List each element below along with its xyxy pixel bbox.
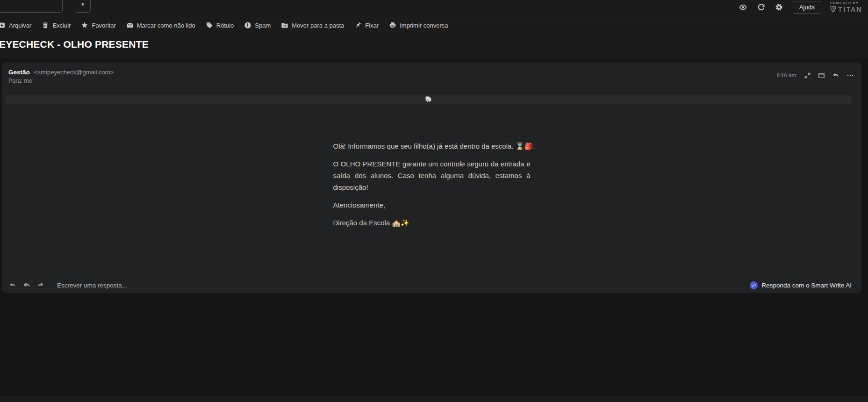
smart-write-wand-icon	[750, 281, 758, 289]
toolbar-delete-button[interactable]: Excluir	[36, 22, 76, 29]
toolbar-label: Arquivar	[9, 22, 31, 29]
body-closing: Atenciosamente,	[333, 199, 531, 211]
refresh-icon	[757, 3, 765, 11]
more-horizontal-icon	[846, 72, 854, 79]
open-window-icon	[818, 72, 825, 79]
inline-image-band	[6, 95, 851, 104]
powered-by-label: POWERED BY	[830, 1, 859, 5]
search-input[interactable]	[0, 0, 63, 13]
body-greeting: Olá! Informamos que seu filho(a) já está…	[333, 140, 531, 152]
reply-button[interactable]	[832, 72, 839, 79]
toolbar-label: Imprimir conversa	[400, 22, 448, 29]
sender-email: <smtpeyecheck@gmail.com>	[34, 69, 114, 76]
toolbar-pin-button[interactable]: Fixar	[349, 22, 384, 29]
smart-write-button[interactable]: Responda com o Smart Write AI	[747, 281, 854, 290]
message-meta: 8:16 am	[776, 72, 854, 79]
message-time: 8:16 am	[776, 72, 796, 78]
toolbar-label: Spam	[255, 22, 271, 29]
titan-brand: POWERED BY TITAN	[830, 1, 862, 13]
gear-icon	[775, 3, 783, 11]
spam-icon	[244, 22, 251, 29]
reply-all-icon	[23, 281, 30, 289]
sender-name: Gestão	[8, 69, 30, 76]
toolbar-label: Rótulo	[216, 22, 234, 29]
toolbar-favorite-button[interactable]: Favoritar	[76, 22, 121, 29]
printer-icon	[389, 22, 396, 29]
pin-icon	[354, 22, 362, 29]
sender-line: Gestão <smtpeyecheck@gmail.com>	[8, 69, 854, 76]
expand-message-button[interactable]	[804, 72, 811, 79]
toolbar-label: Favoritar	[92, 22, 115, 29]
body-paragraph: O OLHO PRESENTE garante um controle segu…	[333, 158, 531, 193]
toolbar-label: Marcar como não lido	[137, 22, 195, 29]
reply-bar: Escrever uma resposta... Responda com o …	[2, 277, 861, 293]
toolbar-mark-unread-button[interactable]: Marcar como não lido	[121, 22, 201, 29]
body-signature: Direção da Escola 🏫✨	[333, 217, 531, 229]
subject-row: EYECHECK - OLHO PRESENTE	[0, 33, 868, 50]
toolbar-spam-button[interactable]: Spam	[239, 22, 276, 29]
top-row: ▾	[0, 0, 868, 17]
thread-subject: EYECHECK - OLHO PRESENTE	[0, 39, 868, 50]
archive-icon	[0, 22, 6, 29]
message-header: Gestão <smtpeyecheck@gmail.com> Para: me…	[2, 62, 861, 84]
more-options-button[interactable]	[846, 72, 854, 79]
forward-icon	[37, 281, 44, 289]
horizontal-scrollbar-track[interactable]	[0, 396, 868, 402]
message-toolbar: Arquivar Excluir Favoritar	[0, 17, 868, 33]
broken-image-icon	[425, 96, 431, 103]
help-button[interactable]: Ajuda	[793, 1, 821, 14]
message-body: Olá! Informamos que seu filho(a) já está…	[333, 140, 531, 229]
recipient-line[interactable]: Para: me	[8, 78, 854, 84]
tag-icon	[206, 22, 213, 29]
smart-write-label: Responda com o Smart Write AI	[761, 282, 852, 289]
mail-app: ▾	[0, 0, 868, 402]
titan-brand-name: TITAN	[838, 6, 862, 13]
search-dropdown-button[interactable]: ▾	[75, 0, 91, 13]
trash-icon	[42, 22, 49, 29]
toolbar-label: Mover para a pasta	[292, 22, 344, 29]
quick-reply-all-button[interactable]	[23, 281, 30, 289]
reply-icon	[832, 72, 839, 79]
eye-icon	[739, 3, 747, 11]
quick-reply-button[interactable]	[9, 281, 16, 289]
titan-logo-icon	[830, 6, 836, 12]
expand-icon	[804, 72, 811, 79]
folder-move-icon	[281, 22, 288, 29]
toolbar-label-button[interactable]: Rótulo	[201, 22, 239, 29]
reply-bar-actions	[9, 281, 44, 289]
open-new-window-button[interactable]	[818, 72, 825, 79]
refresh-button[interactable]	[757, 3, 765, 11]
toolbar-print-button[interactable]: Imprimir conversa	[384, 22, 453, 29]
toolbar-label: Excluir	[52, 22, 71, 29]
reply-input-placeholder[interactable]: Escrever uma resposta...	[57, 282, 127, 289]
top-right-actions: Ajuda POWERED BY TITAN	[739, 0, 862, 14]
reply-icon	[9, 281, 16, 289]
toolbar-label: Fixar	[365, 22, 379, 29]
chevron-down-icon: ▾	[81, 1, 84, 7]
toolbar-archive-button[interactable]: Arquivar	[0, 22, 36, 29]
star-icon	[81, 22, 88, 29]
toolbar-move-folder-button[interactable]: Mover para a pasta	[276, 22, 349, 29]
message-card: Gestão <smtpeyecheck@gmail.com> Para: me…	[2, 62, 861, 293]
read-receipts-button[interactable]	[739, 3, 747, 11]
quick-forward-button[interactable]	[37, 281, 44, 289]
mail-unread-icon	[126, 22, 134, 29]
top-chrome: ▾	[0, 0, 868, 58]
settings-button[interactable]	[775, 3, 783, 11]
